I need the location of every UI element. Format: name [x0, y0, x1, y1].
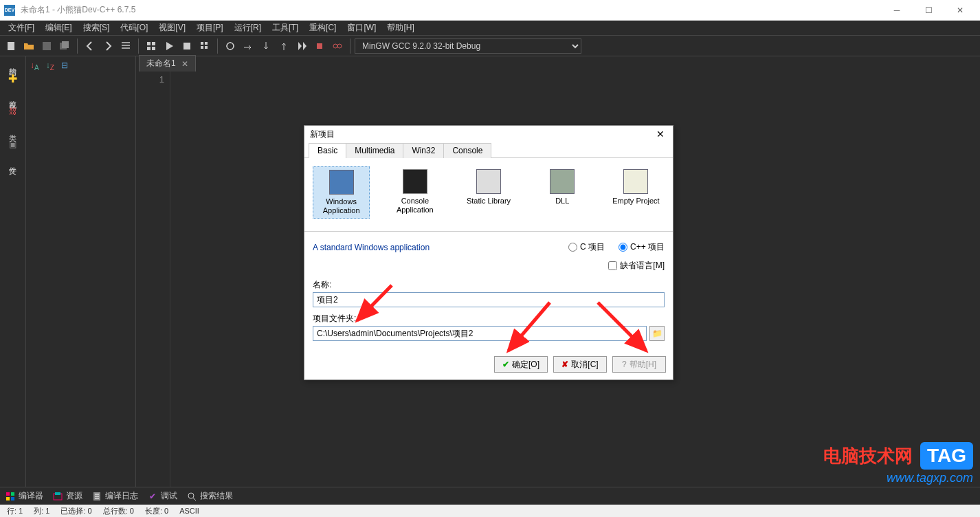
svg-rect-11: [201, 46, 203, 49]
menu-file[interactable]: 文件[F]: [3, 21, 40, 35]
bottom-tab-search[interactable]: 搜索结果: [187, 490, 233, 502]
sort-za-icon[interactable]: ↓Z: [46, 60, 54, 72]
compiler-select[interactable]: MinGW GCC 9.2.0 32-bit Debug: [355, 38, 581, 54]
save-icon[interactable]: [38, 38, 55, 54]
svg-rect-6: [147, 47, 151, 50]
watermark-text: 电脑技术网: [823, 446, 913, 466]
svg-rect-4: [147, 42, 151, 45]
menu-tools[interactable]: 工具[T]: [267, 21, 304, 35]
project-name-input[interactable]: [313, 292, 665, 307]
svg-point-24: [188, 493, 194, 498]
dialog-title: 新项目: [310, 129, 654, 140]
svg-rect-7: [152, 47, 155, 50]
open-file-icon[interactable]: [21, 38, 37, 54]
radio-c-project[interactable]: C 项目: [568, 241, 605, 253]
bottom-tab-resource[interactable]: 资源: [53, 490, 82, 502]
search-icon: [187, 492, 197, 501]
back-icon[interactable]: [82, 38, 98, 54]
statusbar: 行: 1 列: 1 已选择: 0 总行数: 0 长度: 0 ASCII: [0, 505, 980, 517]
dialog-tabs: Basic Multimedia Win32 Console: [304, 142, 673, 158]
dialog-close-icon[interactable]: ✕: [654, 129, 667, 140]
left-tab-watch[interactable]: 监视: [6, 92, 19, 98]
svg-rect-9: [201, 42, 203, 45]
file-tab-close-icon[interactable]: ✕: [181, 59, 188, 69]
step-out-icon[interactable]: [276, 38, 292, 54]
project-type-dll[interactable]: DLL: [534, 166, 591, 219]
watch-icon[interactable]: [329, 38, 346, 54]
menu-run[interactable]: 运行[R]: [229, 21, 267, 35]
save-all-icon[interactable]: [56, 38, 73, 54]
dialog-tab-win32[interactable]: Win32: [403, 143, 444, 158]
project-type-empty[interactable]: Empty Project: [608, 166, 665, 219]
svg-rect-18: [11, 492, 14, 496]
dialog-tab-console[interactable]: Console: [443, 143, 491, 158]
dialog-tab-basic[interactable]: Basic: [309, 143, 346, 158]
class-icon[interactable]: ⛓: [6, 104, 20, 118]
menu-search[interactable]: 搜索[S]: [78, 21, 115, 35]
run-icon[interactable]: [161, 38, 177, 54]
status-encoding: ASCII: [177, 507, 202, 515]
indent-icon[interactable]: [118, 38, 134, 54]
menu-help[interactable]: 帮助[H]: [381, 21, 419, 35]
left-tab-class[interactable]: 类: [6, 125, 19, 131]
file-tab[interactable]: 未命名1 ✕: [139, 55, 196, 72]
svg-rect-12: [205, 46, 208, 49]
svg-rect-0: [8, 42, 14, 50]
check-icon: ✔: [502, 360, 509, 369]
project-type-windows-app[interactable]: Windows Application: [313, 166, 370, 219]
log-icon: [92, 492, 102, 501]
close-button[interactable]: ✕: [944, 0, 976, 21]
cross-icon: ✘: [561, 360, 568, 369]
watermark-tag: TAG: [920, 442, 973, 470]
step-into-icon[interactable]: [258, 38, 274, 54]
bottom-tab-compiler[interactable]: 编译器: [5, 490, 43, 502]
minimize-button[interactable]: ─: [881, 0, 913, 21]
new-file-icon[interactable]: [3, 38, 19, 54]
sort-az-icon[interactable]: ↓A: [30, 60, 39, 72]
left-tab-files[interactable]: 文件: [6, 158, 19, 164]
watermark-url: www.tagxp.com: [823, 471, 973, 485]
tree-icon[interactable]: ⊟: [61, 60, 68, 72]
stop-debug-icon[interactable]: [311, 38, 328, 54]
status-col: 列: 1: [31, 506, 52, 516]
menu-view[interactable]: 视图[V]: [153, 21, 191, 35]
add-icon[interactable]: ✚: [6, 72, 20, 85]
files-icon[interactable]: ▣: [6, 138, 20, 151]
left-tab-structure[interactable]: 结构: [6, 59, 19, 65]
menu-refactor[interactable]: 重构[C]: [304, 21, 342, 35]
checkbox-default-language[interactable]: 缺省语言[M]: [608, 260, 665, 272]
continue-icon[interactable]: [293, 38, 310, 54]
menu-project[interactable]: 项目[P]: [191, 21, 229, 35]
dll-icon: [550, 169, 575, 194]
compile-icon[interactable]: [143, 38, 159, 54]
empty-project-icon: [623, 169, 648, 194]
menubar: 文件[F] 编辑[E] 搜索[S] 代码[O] 视图[V] 项目[P] 运行[R…: [0, 21, 980, 36]
svg-point-16: [337, 44, 342, 48]
project-folder-input[interactable]: [313, 326, 647, 341]
help-button[interactable]: ?帮助[H]: [612, 356, 666, 373]
bottom-tab-log[interactable]: 编译日志: [92, 490, 138, 502]
status-total: 总行数: 0: [100, 506, 137, 516]
project-type-static-lib[interactable]: Static Library: [460, 166, 517, 219]
menu-window[interactable]: 窗口[W]: [342, 21, 381, 35]
step-over-icon[interactable]: [240, 38, 256, 54]
debug-icon[interactable]: [222, 38, 238, 54]
cancel-button[interactable]: ✘取消[C]: [553, 356, 607, 373]
browse-folder-button[interactable]: 📁: [649, 326, 665, 341]
forward-icon[interactable]: [100, 38, 116, 54]
project-type-console-app[interactable]: Console Application: [386, 166, 443, 219]
ok-button[interactable]: ✔确定[O]: [494, 356, 548, 373]
radio-cpp-project[interactable]: C++ 项目: [619, 241, 665, 253]
dialog-tab-multimedia[interactable]: Multimedia: [346, 143, 403, 158]
svg-rect-1: [43, 42, 51, 50]
compile-run-icon[interactable]: [197, 38, 213, 54]
project-description: A standard Windows application: [313, 243, 568, 252]
bottom-tab-debug[interactable]: ✔调试: [148, 490, 177, 502]
stop-icon[interactable]: [179, 38, 195, 54]
menu-code[interactable]: 代码[O]: [115, 21, 153, 35]
menu-edit[interactable]: 编辑[E]: [40, 21, 78, 35]
app-icon: DEV: [4, 5, 15, 16]
maximize-button[interactable]: ☐: [913, 0, 944, 21]
file-tabbar: 未命名1 ✕: [136, 56, 980, 72]
svg-rect-5: [152, 42, 155, 45]
